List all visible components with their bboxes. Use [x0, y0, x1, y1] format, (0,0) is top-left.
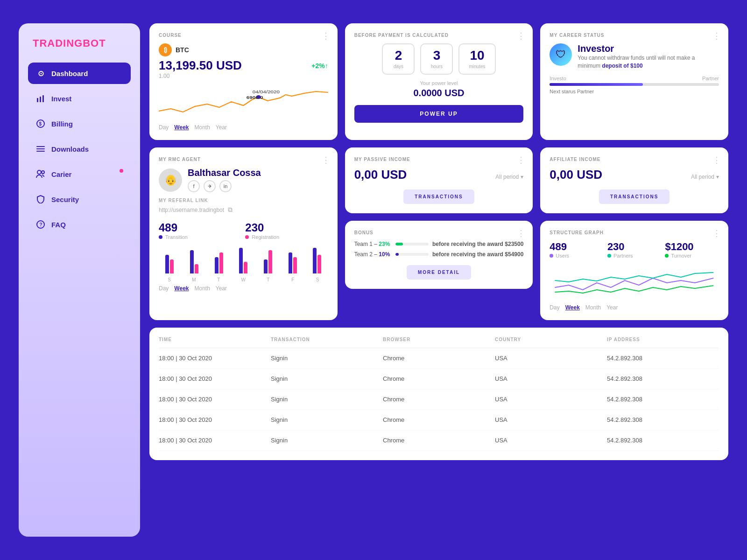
sidebar-label-faq: FAQ [51, 221, 66, 229]
table-cell-time: 18:00 | 30 Oct 2020 [159, 355, 271, 362]
passive-income-row: 0,00 USD All period ▾ [354, 168, 524, 182]
career-card: MY CAREER STATUS ⋮ 🛡 Investor You cannot… [540, 23, 728, 140]
course-menu-icon[interactable]: ⋮ [322, 31, 330, 41]
svg-rect-5 [36, 146, 45, 147]
linkedin-icon[interactable]: in [219, 180, 232, 192]
dot-green [665, 254, 669, 258]
course-nav-week[interactable]: Week [174, 124, 189, 131]
struct-nav-week[interactable]: Week [565, 304, 580, 311]
table-cell-ip: 54.2.892.308 [607, 355, 719, 362]
svg-rect-2 [42, 95, 44, 102]
agent-stat-transitions-label: Transition [159, 234, 241, 240]
bonus-team2-award: before receiving the award $54900 [432, 251, 523, 258]
telegram-icon[interactable]: ✈ [204, 180, 216, 192]
top-card-grid: COURSE ⋮ ₿ BTC +2%↑ 13,199.50 USD 1.00 0… [149, 23, 728, 140]
agent-name: Balthasar Cossa [188, 168, 261, 178]
main-content: COURSE ⋮ ₿ BTC +2%↑ 13,199.50 USD 1.00 0… [149, 23, 728, 537]
dot-blue [159, 235, 162, 239]
svg-text:04/04/2020: 04/04/2020 [253, 90, 280, 94]
affiliate-menu-icon[interactable]: ⋮ [712, 155, 721, 165]
agent-stats-row: 489 Transition 230 Registration [159, 221, 328, 240]
course-chart: 04/04/2020 6900.0 [159, 83, 328, 120]
career-status-name: Investor [578, 43, 719, 54]
structure-menu-icon[interactable]: ⋮ [712, 228, 721, 238]
career-deposit-link[interactable]: deposit of $100 [602, 63, 642, 69]
sidebar-item-carier[interactable]: Carier [28, 163, 131, 185]
chevron-down-icon: ▾ [521, 174, 523, 180]
struct-nav-year[interactable]: Year [606, 304, 618, 311]
payment-card: BEFORE PAYMENT IS CALCULATED ⋮ 2 days 3 … [345, 23, 533, 140]
sidebar-item-invest[interactable]: Invest [28, 88, 131, 109]
passive-transactions-button[interactable]: TRANSACTIONS [403, 189, 474, 204]
dot-pink [245, 235, 249, 239]
passive-menu-icon[interactable]: ⋮ [517, 155, 525, 165]
svg-rect-6 [36, 148, 45, 149]
bonus-menu-icon[interactable]: ⋮ [517, 228, 525, 238]
facebook-icon[interactable]: f [188, 180, 200, 192]
table-cell-transaction: Signin [271, 437, 383, 444]
sidebar-item-downloads[interactable]: Downloads [28, 138, 131, 160]
struct-nav-month[interactable]: Month [585, 304, 601, 311]
course-base: 1.00 [159, 73, 328, 79]
more-detail-button[interactable]: MORE DETAIL [407, 265, 471, 280]
sidebar-item-dashboard[interactable]: ⊙ Dashboard [28, 63, 131, 84]
countdown-hours-label: hours [430, 64, 443, 69]
career-header: 🛡 Investor You cannot withdraw funds unt… [550, 43, 719, 70]
sidebar-item-billing[interactable]: $ Billing [28, 113, 131, 134]
power-up-button[interactable]: POWER UP [354, 105, 524, 123]
sidebar-item-security[interactable]: Security [28, 189, 131, 210]
affiliate-period-select[interactable]: All period ▾ [691, 174, 719, 180]
course-nav-day[interactable]: Day [159, 124, 169, 131]
career-next-status: Next starus Partner [550, 89, 719, 94]
bonus-team1-award: before receiving the award $23500 [432, 241, 523, 247]
passive-period-select[interactable]: All period ▾ [495, 174, 523, 180]
bonus-team-2: Team 2 – 10% before receiving the award … [354, 251, 524, 258]
agent-nav-month[interactable]: Month [194, 285, 210, 292]
referal-link-row: http://username.tradingbot ⧉ [159, 206, 328, 214]
svg-text:$: $ [39, 121, 42, 126]
copy-icon[interactable]: ⧉ [228, 206, 233, 214]
agent-nav-year[interactable]: Year [216, 285, 227, 292]
bonus-team2-bar [395, 253, 429, 256]
faq-icon: ? [35, 219, 46, 230]
agent-nav-day[interactable]: Day [159, 285, 169, 292]
table-cell-country: USA [495, 437, 607, 444]
struct-turnover-num: $1200 [665, 241, 719, 253]
countdown-minutes-label: minutes [469, 64, 485, 69]
career-progress-labels: Investo Partner [550, 76, 719, 81]
rmc-agent-menu-icon[interactable]: ⋮ [322, 155, 330, 165]
struct-nav-day[interactable]: Day [550, 304, 559, 311]
table-header: TIME TRANSACTION BROWSER COUNTRY IP ADDR… [159, 337, 719, 348]
table-cell-country: USA [495, 396, 607, 403]
rmc-agent-title: MY RMC AGENT [159, 157, 328, 162]
dot-teal [607, 254, 611, 258]
career-menu-icon[interactable]: ⋮ [712, 31, 721, 41]
table-row: 18:00 | 30 Oct 2020SigninChromeUSA54.2.8… [159, 430, 719, 451]
progress-end-label: Partner [702, 76, 719, 81]
agent-chart-nav: Day Week Month Year [159, 285, 328, 292]
social-icons-row: f ✈ in [188, 180, 261, 192]
affiliate-transactions-button[interactable]: TRANSACTIONS [599, 189, 669, 204]
course-nav-month[interactable]: Month [194, 124, 210, 131]
dashboard-icon: ⊙ [35, 68, 46, 78]
course-card-title: COURSE [159, 33, 328, 38]
course-nav-year[interactable]: Year [216, 124, 227, 131]
countdown-days: 2 days [382, 43, 415, 75]
course-coin-label: BTC [176, 46, 189, 54]
payment-card-title: BEFORE PAYMENT IS CALCULATED [354, 33, 524, 38]
agent-stat-registrations-num: 230 [245, 221, 328, 234]
bar-chart-days: S M T W T F S [159, 277, 328, 282]
payment-menu-icon[interactable]: ⋮ [517, 31, 525, 41]
agent-profile: 👴 Balthasar Cossa f ✈ in [159, 168, 328, 192]
sidebar-item-faq[interactable]: ? FAQ [28, 214, 131, 235]
table-header-browser: BROWSER [383, 337, 495, 342]
countdown-hours: 3 hours [420, 43, 453, 75]
table-header-country: COUNTRY [495, 337, 607, 342]
agent-nav-week[interactable]: Week [174, 285, 189, 292]
countdown-minutes-num: 10 [469, 49, 485, 62]
table-row: 18:00 | 30 Oct 2020SigninChromeUSA54.2.8… [159, 348, 719, 369]
power-level-label: Your power level [354, 80, 524, 86]
bitcoin-icon: ₿ [159, 43, 172, 56]
svg-point-8 [37, 170, 41, 174]
dot-purple [550, 254, 553, 258]
